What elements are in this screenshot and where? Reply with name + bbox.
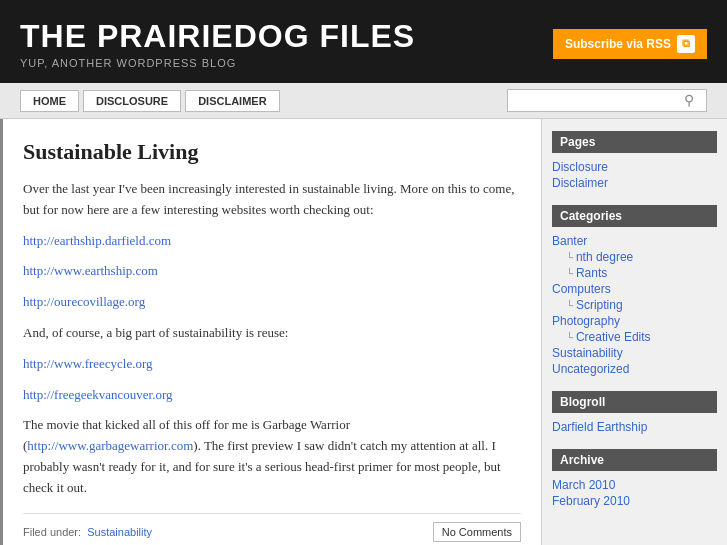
rss-button-label: Subscribe via RSS	[565, 37, 671, 51]
sidebar-page-disclaimer[interactable]: Disclaimer	[552, 175, 717, 191]
post-footer: Filed under: Sustainability No Comments	[23, 513, 521, 542]
sidebar-pages-title: Pages	[552, 131, 717, 153]
post-intro: Over the last year I've been increasingl…	[23, 179, 521, 221]
rss-icon: ⧉	[677, 35, 695, 53]
rss-subscribe-button[interactable]: Subscribe via RSS ⧉	[553, 29, 707, 59]
sidebar-archive-february-2010[interactable]: February 2010	[552, 493, 717, 509]
reuse-text: And, of course, a big part of sustainabi…	[23, 323, 521, 344]
sidebar-blogroll-section: Blogroll Darfield Earthship	[552, 391, 717, 435]
sidebar-cat-creative-edits[interactable]: Creative Edits	[552, 329, 717, 345]
sidebar-page-disclosure[interactable]: Disclosure	[552, 159, 717, 175]
site-header: THE PRAIRIEDOG FILES YUP, ANOTHER WORDPR…	[0, 0, 727, 83]
search-icon[interactable]: ⚲	[684, 92, 694, 109]
sidebar-categories-section: Categories Banter nth degree Rants Compu…	[552, 205, 717, 377]
main-content: Sustainable Living Over the last year I'…	[0, 119, 542, 545]
link-earthship[interactable]: http://www.earthship.com	[23, 263, 158, 278]
link-earthship-darfield[interactable]: http://earthship.darfield.com	[23, 233, 171, 248]
search-input[interactable]	[514, 94, 684, 108]
nav-disclosure-button[interactable]: DISCLOSURE	[83, 90, 181, 112]
sidebar-cat-uncategorized[interactable]: Uncategorized	[552, 361, 717, 377]
sidebar-cat-photography[interactable]: Photography	[552, 313, 717, 329]
post-body: Over the last year I've been increasingl…	[23, 179, 521, 499]
filed-under-label: Filed under:	[23, 526, 81, 538]
sidebar-cat-sustainability[interactable]: Sustainability	[552, 345, 717, 361]
sidebar-categories-title: Categories	[552, 205, 717, 227]
nav-home-button[interactable]: HOME	[20, 90, 79, 112]
content-wrapper: Sustainable Living Over the last year I'…	[0, 119, 727, 545]
search-bar: ⚲	[507, 89, 707, 112]
sidebar-cat-nth-degree[interactable]: nth degree	[552, 249, 717, 265]
sidebar-archive-march-2010[interactable]: March 2010	[552, 477, 717, 493]
sidebar-cat-rants[interactable]: Rants	[552, 265, 717, 281]
sidebar-pages-section: Pages Disclosure Disclaimer	[552, 131, 717, 191]
sidebar-archive-title: Archive	[552, 449, 717, 471]
link-ourecovillage[interactable]: http://ourecovillage.org	[23, 294, 145, 309]
site-title-area: THE PRAIRIEDOG FILES YUP, ANOTHER WORDPR…	[20, 18, 415, 69]
sidebar-blogroll-title: Blogroll	[552, 391, 717, 413]
sidebar-archive-section: Archive March 2010 February 2010	[552, 449, 717, 509]
nav-disclaimer-button[interactable]: DISCLAIMER	[185, 90, 279, 112]
sidebar-cat-computers[interactable]: Computers	[552, 281, 717, 297]
sidebar: Pages Disclosure Disclaimer Categories B…	[542, 119, 727, 545]
nav-links-container: HOME DISCLOSURE DISCLAIMER	[20, 90, 280, 112]
sidebar-blogroll-darfield[interactable]: Darfield Earthship	[552, 419, 717, 435]
navigation-bar: HOME DISCLOSURE DISCLAIMER ⚲	[0, 83, 727, 119]
sidebar-cat-banter[interactable]: Banter	[552, 233, 717, 249]
filed-under: Filed under: Sustainability	[23, 526, 152, 538]
post-body-end: The movie that kicked all of this off fo…	[23, 415, 521, 498]
link-freecycle[interactable]: http://www.freecycle.org	[23, 356, 153, 371]
filed-under-link[interactable]: Sustainability	[87, 526, 152, 538]
sidebar-cat-scripting[interactable]: Scripting	[552, 297, 717, 313]
link-freegeekvancouver[interactable]: http://freegeekvancouver.org	[23, 387, 173, 402]
post-title: Sustainable Living	[23, 139, 521, 165]
site-title: THE PRAIRIEDOG FILES	[20, 18, 415, 55]
no-comments-link[interactable]: No Comments	[433, 522, 521, 542]
site-tagline: YUP, ANOTHER WORDPRESS BLOG	[20, 57, 415, 69]
link-garbagewarrior[interactable]: http://www.garbagewarrior.com	[27, 438, 193, 453]
